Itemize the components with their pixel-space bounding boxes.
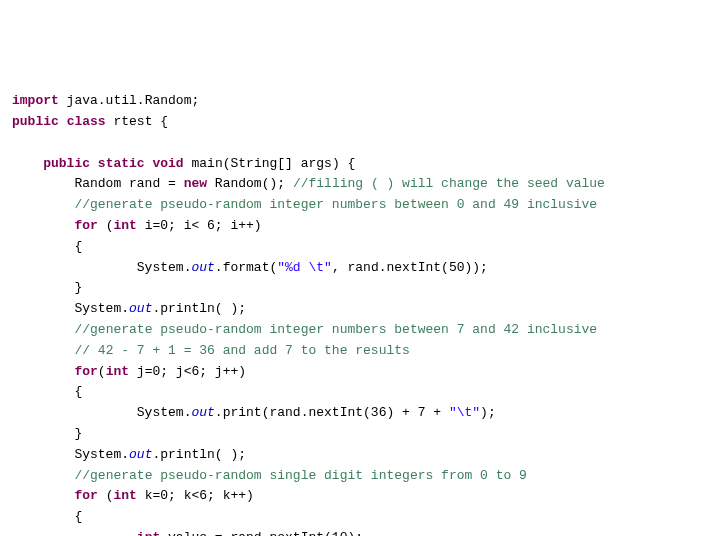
code-line: int value = rand.nextInt(10); — [12, 530, 363, 536]
text — [90, 156, 98, 171]
keyword: class — [67, 114, 106, 129]
keyword: import — [12, 93, 59, 108]
field: out — [129, 301, 152, 316]
code-line: for(int j=0; j<6; j++) — [12, 364, 246, 379]
code-line: System.out.format("%d \t", rand.nextInt(… — [12, 260, 488, 275]
text: java.util.Random; — [59, 93, 199, 108]
keyword: public — [12, 114, 59, 129]
code-line: { — [12, 384, 82, 399]
keyword: int — [137, 530, 160, 536]
code-line: //generate pseudo-random integer numbers… — [12, 197, 597, 212]
keyword: int — [106, 364, 129, 379]
code-line: import java.util.Random; — [12, 93, 199, 108]
text: rtest { — [106, 114, 168, 129]
field: out — [191, 405, 214, 420]
text: .print(rand.nextInt(36) + 7 + — [215, 405, 449, 420]
code-line: System.out.println( ); — [12, 301, 246, 316]
text: .println( ); — [152, 447, 246, 462]
string: "%d \t" — [277, 260, 332, 275]
code-line: { — [12, 239, 82, 254]
text: j=0; j<6; j++) — [129, 364, 246, 379]
text — [12, 468, 74, 483]
text: Random(); — [207, 176, 293, 191]
text: main(String[] args) { — [184, 156, 356, 171]
keyword: int — [113, 488, 136, 503]
text: System. — [12, 405, 191, 420]
text: Random rand = — [12, 176, 184, 191]
code-line: public class rtest { — [12, 114, 168, 129]
keyword: int — [113, 218, 136, 233]
comment: //generate pseudo-random single digit in… — [74, 468, 526, 483]
comment: // 42 - 7 + 1 = 36 and add 7 to the resu… — [74, 343, 409, 358]
text: ( — [98, 364, 106, 379]
code-line: for (int i=0; i< 6; i++) — [12, 218, 262, 233]
text: , rand.nextInt(50)); — [332, 260, 488, 275]
code-line: for (int k=0; k<6; k++) — [12, 488, 254, 503]
text: .format( — [215, 260, 277, 275]
code-line: } — [12, 280, 82, 295]
code-line: System.out.print(rand.nextInt(36) + 7 + … — [12, 405, 496, 420]
text: System. — [12, 447, 129, 462]
code-line: //generate pseudo-random integer numbers… — [12, 322, 597, 337]
code-line: } — [12, 426, 82, 441]
field: out — [191, 260, 214, 275]
code-line: // 42 - 7 + 1 = 36 and add 7 to the resu… — [12, 343, 410, 358]
keyword: for — [74, 488, 97, 503]
code-line: Random rand = new Random(); //filling ( … — [12, 176, 605, 191]
text — [12, 530, 137, 536]
keyword: public — [43, 156, 90, 171]
comment: //filling ( ) will change the seed value — [293, 176, 605, 191]
text: .println( ); — [152, 301, 246, 316]
code-line: //generate pseudo-random single digit in… — [12, 468, 527, 483]
keyword: for — [74, 364, 97, 379]
keyword: for — [74, 218, 97, 233]
text — [12, 218, 74, 233]
text — [12, 156, 43, 171]
text — [12, 197, 74, 212]
code-line: { — [12, 509, 82, 524]
text — [12, 488, 74, 503]
code-block: import java.util.Random; public class rt… — [12, 91, 710, 536]
text: i=0; i< 6; i++) — [137, 218, 262, 233]
string: "\t" — [449, 405, 480, 420]
keyword: new — [184, 176, 207, 191]
text — [12, 343, 74, 358]
text: k=0; k<6; k++) — [137, 488, 254, 503]
text: System. — [12, 301, 129, 316]
text — [12, 322, 74, 337]
text: System. — [12, 260, 191, 275]
field: out — [129, 447, 152, 462]
comment: //generate pseudo-random integer numbers… — [74, 197, 597, 212]
text: ( — [98, 488, 114, 503]
comment: //generate pseudo-random integer numbers… — [74, 322, 597, 337]
text — [12, 364, 74, 379]
code-line: public static void main(String[] args) { — [12, 156, 355, 171]
text: value = rand.nextInt(10); — [160, 530, 363, 536]
text: ( — [98, 218, 114, 233]
text — [59, 114, 67, 129]
keyword: static — [98, 156, 145, 171]
code-line: System.out.println( ); — [12, 447, 246, 462]
keyword: void — [152, 156, 183, 171]
text: ); — [480, 405, 496, 420]
